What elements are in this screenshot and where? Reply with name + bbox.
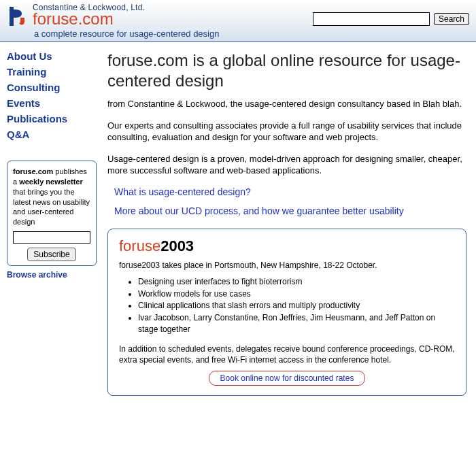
nav-qa[interactable]: Q&A [7,127,102,141]
newsletter-text: foruse.com publishes a weekly newsletter… [13,167,90,227]
intro-paragraph-2: Our experts and consulting associates pr… [107,120,466,144]
event-intro: foruse2003 takes place in Portsmouth, Ne… [119,260,455,271]
nav-publications[interactable]: Publications [7,112,102,126]
event-box: foruse2003 foruse2003 takes place in Por… [107,229,466,396]
search-area: Search [313,12,469,26]
search-button[interactable]: Search [434,13,469,25]
event-bullet: Ivar Jacobson, Larry Constantine, Ron Je… [138,312,455,335]
page-heading: foruse.com is a global online resource f… [107,50,466,91]
site-name: foruse.com [33,11,145,27]
main-content: foruse.com is a global online resource f… [102,42,476,405]
nav-consulting[interactable]: Consulting [7,80,102,95]
book-online-button[interactable]: Book online now for discounted rates [209,371,366,386]
tagline: a complete resource for usage-centered d… [34,29,469,39]
primary-nav: About Us Training Consulting Events Publ… [7,49,102,141]
link-ucd-process[interactable]: More about our UCD process, and how we g… [114,205,466,216]
event-bullet: Workflow models for use cases [138,288,455,300]
subscribe-button[interactable]: Subscribe [27,248,75,261]
site-header: Constantine & Lockwood, Ltd. foruse.com … [0,0,476,42]
newsletter-email-input[interactable] [13,231,90,244]
event-bullet: Designing user interfaces to fight biote… [138,276,455,288]
nav-training[interactable]: Training [7,65,102,79]
event-title: foruse2003 [119,236,455,257]
intro-paragraph-3: Usage-centered design is a proven, model… [107,153,466,177]
intro-paragraph-1: from Constantine & Lockwood, the usage-c… [107,98,466,110]
event-extras: In addition to scheduled events, delegat… [119,344,455,365]
newsletter-box: foruse.com publishes a weekly newsletter… [7,161,97,266]
nav-about-us[interactable]: About Us [7,49,102,63]
browse-archive-link[interactable]: Browse archive [7,270,102,280]
nav-events[interactable]: Events [7,96,102,110]
search-input[interactable] [313,12,430,26]
inline-links: What is usage-centered design? More abou… [114,186,466,216]
event-bullet: Clinical applications that slash errors … [138,300,455,312]
sidebar: About Us Training Consulting Events Publ… [0,42,102,280]
logo-icon [7,4,29,29]
link-what-is-ucd[interactable]: What is usage-centered design? [114,186,466,197]
event-bullets: Designing user interfaces to fight biote… [138,276,455,335]
